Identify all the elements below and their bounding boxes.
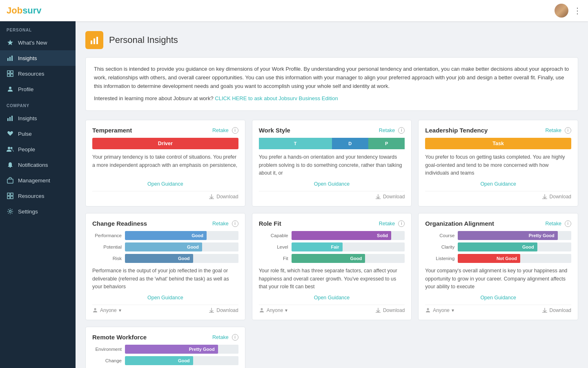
sidebar-item-settings[interactable]: Settings [0, 204, 76, 219]
people-icon [7, 146, 14, 153]
sidebar-item-pulse[interactable]: Pulse [0, 126, 76, 141]
work-style-retake[interactable]: Retake [379, 128, 395, 133]
svg-rect-6 [7, 74, 10, 76]
sidebar-label-company-insights: Insights [18, 115, 37, 121]
remote-workforce-retake[interactable]: Retake [212, 334, 229, 340]
card-temperament: Temperament Retake i Driver Your primary… [85, 120, 245, 206]
anyone-chevron-change: ▾ [119, 307, 121, 313]
sidebar-item-whats-new[interactable]: What's New [0, 35, 76, 50]
temperament-info[interactable]: i [232, 127, 238, 134]
work-style-open-guidance[interactable]: Open Guidance [259, 181, 405, 187]
sidebar-item-resources-company[interactable]: Resources [0, 188, 76, 204]
org-alignment-retake[interactable]: Retake [545, 221, 561, 227]
org-alignment-open-guidance[interactable]: Open Guidance [425, 295, 571, 301]
click-here-link[interactable]: CLICK HERE to ask about Jobsurv Business… [215, 95, 338, 101]
remote-workforce-bars: Environment Pretty Good Change Good [92, 345, 238, 365]
svg-rect-7 [11, 74, 13, 76]
temperament-download[interactable]: Download [209, 194, 238, 200]
change-readiness-info[interactable]: i [232, 220, 238, 227]
logo-job: Job [7, 5, 22, 16]
work-style-seg-p: P [368, 138, 405, 149]
remote-workforce-info[interactable]: i [232, 334, 238, 341]
performance-bar-fill: Good [125, 231, 207, 240]
sidebar-item-people[interactable]: People [0, 141, 76, 157]
anyone-select-change[interactable]: Anyone ▾ [92, 307, 121, 313]
sidebar-item-insights[interactable]: Insights [0, 50, 76, 66]
svg-rect-14 [10, 167, 11, 168]
role-fit-retake[interactable]: Retake [379, 221, 395, 227]
card-work-style-header: Work Style Retake i [259, 127, 405, 134]
level-bar-wrap: Fair [292, 242, 405, 251]
leadership-retake[interactable]: Retake [545, 128, 561, 133]
capable-label: Capable [259, 233, 288, 238]
work-style-info[interactable]: i [398, 127, 405, 134]
info-box: This section is intended to provide you … [85, 57, 578, 111]
change-bar-fill: Good [125, 356, 193, 365]
potential-bar-fill: Good [125, 242, 202, 251]
cards-third-row: Remote Workforce Retake i Environment Pr… [85, 327, 578, 368]
info-link-prefix: Interested in learning more about Jobsur… [94, 95, 214, 101]
sidebar-item-profile[interactable]: Profile [0, 81, 76, 97]
change-readiness-open-guidance[interactable]: Open Guidance [92, 295, 238, 301]
clarity-bar-wrap: Good [458, 242, 571, 251]
sidebar-item-notifications[interactable]: Notifications [0, 157, 76, 173]
svg-point-26 [427, 308, 429, 310]
progress-row-performance: Performance Good [92, 231, 238, 240]
work-style-download[interactable]: Download [375, 194, 405, 200]
anyone-label-change: Anyone [100, 307, 117, 313]
sidebar-label-settings: Settings [18, 209, 38, 215]
svg-rect-2 [9, 57, 11, 61]
progress-row-capable: Capable Solid [259, 231, 405, 240]
course-label: Course [425, 233, 454, 238]
avatar[interactable] [555, 4, 568, 18]
progress-row-potential: Potential Good [92, 242, 238, 251]
change-readiness-retake[interactable]: Retake [212, 221, 229, 227]
card-role-fit: Role Fit Retake i Capable Solid Level [252, 213, 412, 320]
fit-label: Fit [259, 256, 288, 261]
sidebar-label-insights: Insights [18, 55, 37, 61]
sidebar-label-pulse: Pulse [18, 131, 32, 137]
sidebar-item-company-insights[interactable]: Insights [0, 110, 76, 126]
role-fit-info[interactable]: i [398, 220, 405, 227]
svg-rect-15 [7, 179, 13, 183]
temperament-open-guidance[interactable]: Open Guidance [92, 181, 238, 187]
change-readiness-download[interactable]: Download [209, 307, 238, 313]
org-alignment-download[interactable]: Download [542, 307, 571, 313]
leadership-info[interactable]: i [565, 127, 571, 134]
sidebar-section-company: COMPANY [0, 97, 76, 110]
progress-row-level: Level Fair [259, 242, 405, 251]
listening-bar-wrap: Not Good [458, 254, 571, 263]
role-fit-download[interactable]: Download [375, 307, 405, 313]
sidebar-item-resources[interactable]: Resources [0, 66, 76, 81]
card-role-fit-header: Role Fit Retake i [259, 220, 405, 227]
environment-label: Environment [92, 347, 122, 352]
insights-icon [7, 54, 14, 62]
sidebar-item-management[interactable]: Management [0, 173, 76, 188]
work-style-seg-t: T [259, 138, 332, 149]
leadership-open-guidance[interactable]: Open Guidance [425, 181, 571, 187]
anyone-select-role[interactable]: Anyone ▾ [259, 307, 288, 313]
card-temperament-title: Temperament [92, 127, 132, 134]
role-fit-download-label: Download [383, 307, 405, 313]
role-fit-open-guidance[interactable]: Open Guidance [259, 295, 405, 301]
temperament-retake[interactable]: Retake [212, 128, 229, 133]
card-leadership: Leadership Tendency Retake i Task You pr… [418, 120, 578, 206]
svg-point-12 [8, 147, 10, 149]
change-readiness-footer: Anyone ▾ Download [92, 305, 238, 313]
clarity-label: Clarity [425, 245, 454, 249]
card-org-alignment-header: Organization Alignment Retake i [425, 220, 571, 227]
card-leadership-title: Leadership Tendency [425, 127, 488, 134]
main-layout: PERSONAL What's New Insights Resources P… [0, 21, 588, 368]
card-change-readiness-title: Change Readiness [92, 220, 147, 227]
app-logo[interactable]: Jobsurv [7, 5, 42, 16]
page-header: Personal Insights [85, 31, 578, 49]
leadership-download[interactable]: Download [542, 194, 571, 200]
sidebar-label-profile: Profile [18, 86, 33, 92]
anyone-select-org[interactable]: Anyone ▾ [425, 307, 454, 313]
sidebar-label-people: People [18, 146, 35, 153]
card-org-alignment-title: Organization Alignment [425, 220, 494, 227]
top-nav-right: ⋮ [555, 4, 581, 18]
more-icon[interactable]: ⋮ [573, 6, 581, 16]
org-alignment-info[interactable]: i [565, 220, 571, 227]
svg-rect-17 [11, 193, 13, 195]
